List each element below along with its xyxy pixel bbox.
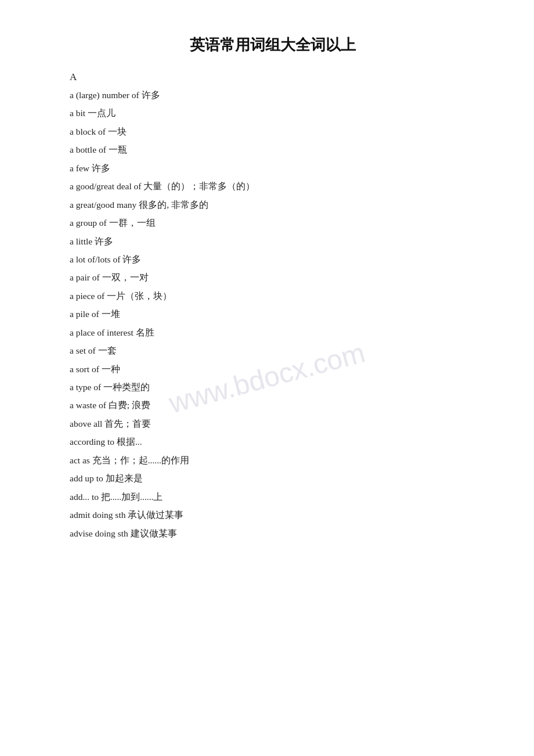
list-item: a little 许多 <box>70 233 476 250</box>
entry-english: a pile of <box>70 309 102 319</box>
list-item: act as 充当；作；起......的作用 <box>70 452 476 469</box>
entry-chinese: 承认做过某事 <box>128 510 183 520</box>
entry-chinese: 白费; 浪费 <box>109 400 150 410</box>
list-item: a block of 一块 <box>70 123 476 140</box>
entry-english: a set of <box>70 345 98 355</box>
entry-chinese: 一瓶 <box>109 145 127 154</box>
entry-chinese: 一套 <box>98 345 117 355</box>
entry-english: a (large) number of <box>70 90 142 100</box>
entry-english: act as <box>70 455 92 465</box>
entry-chinese: 充当；作；起......的作用 <box>92 455 189 465</box>
list-item: a place of interest 名胜 <box>70 324 476 341</box>
entry-english: a pair of <box>70 272 102 282</box>
entry-chinese: 一点儿 <box>88 108 116 118</box>
list-item: advise doing sth 建议做某事 <box>70 525 476 542</box>
entry-english: a group of <box>70 218 109 228</box>
entry-chinese: 加起来是 <box>106 473 143 483</box>
list-item: a good/great deal of 大量（的）；非常多（的） <box>70 178 476 195</box>
entry-chinese: 首先；首要 <box>104 419 151 429</box>
list-item: a sort of 一种 <box>70 361 476 377</box>
list-item: a few 许多 <box>70 160 476 177</box>
entry-chinese: 许多 <box>92 163 110 173</box>
entry-chinese: 一堆 <box>102 309 120 319</box>
entry-chinese: 一块 <box>108 127 127 136</box>
entry-chinese: 一种类型的 <box>103 382 150 392</box>
list-item: above all 首先；首要 <box>70 415 476 432</box>
list-item: admit doing sth 承认做过某事 <box>70 506 476 523</box>
entry-english: admit doing sth <box>70 510 128 520</box>
entry-chinese: 建议做某事 <box>131 528 177 538</box>
entry-chinese: 一种 <box>102 364 120 374</box>
list-item: a waste of 白费; 浪费 <box>70 397 476 413</box>
list-item: a great/good many 很多的, 非常多的 <box>70 196 476 213</box>
entry-chinese: 大量（的）；非常多（的） <box>143 181 255 191</box>
entry-english: a piece of <box>70 291 107 301</box>
entry-chinese: 根据... <box>117 437 142 447</box>
list-item: add up to 加起来是 <box>70 470 476 487</box>
entry-english: a block of <box>70 127 108 136</box>
entry-english: according to <box>70 437 117 447</box>
entry-english: add... to <box>70 492 101 502</box>
section-letter-a: A <box>70 71 476 83</box>
entry-chinese: 一双，一对 <box>102 272 149 282</box>
list-item: a group of 一群，一组 <box>70 214 476 231</box>
list-item: a bit 一点儿 <box>70 105 476 121</box>
entry-english: a little <box>70 236 95 246</box>
entry-chinese: 名胜 <box>136 327 154 337</box>
entry-english: a bottle of <box>70 145 109 154</box>
entry-english: a lot of/lots of <box>70 254 122 264</box>
entry-chinese: 很多的, 非常多的 <box>139 200 208 210</box>
entry-english: advise doing sth <box>70 528 131 538</box>
list-item: according to 根据... <box>70 433 476 450</box>
list-item: a lot of/lots of 许多 <box>70 251 476 268</box>
entry-english: a few <box>70 163 92 173</box>
page-title: 英语常用词组大全词以上 <box>70 35 476 55</box>
entry-chinese: 许多 <box>142 90 160 100</box>
entry-english: add up to <box>70 473 106 483</box>
entry-chinese: 把.....加到......上 <box>101 492 163 502</box>
list-item: a (large) number of 许多 <box>70 87 476 103</box>
list-item: a set of 一套 <box>70 342 476 359</box>
list-item: a pile of 一堆 <box>70 305 476 322</box>
list-item: a bottle of 一瓶 <box>70 141 476 158</box>
entry-english: a good/great deal of <box>70 181 143 191</box>
entry-chinese: 许多 <box>95 236 113 246</box>
list-item: a piece of 一片（张，块） <box>70 287 476 304</box>
entry-english: a great/good many <box>70 200 139 210</box>
list-item: a type of 一种类型的 <box>70 379 476 395</box>
entry-chinese: 一片（张，块） <box>107 291 172 301</box>
entry-english: a type of <box>70 382 103 392</box>
entry-english: above all <box>70 419 104 429</box>
list-item: add... to 把.....加到......上 <box>70 488 476 505</box>
entry-english: a place of interest <box>70 327 136 337</box>
entry-english: a waste of <box>70 400 109 410</box>
entry-chinese: 一群，一组 <box>109 218 156 228</box>
list-item: a pair of 一双，一对 <box>70 269 476 286</box>
entry-english: a sort of <box>70 364 102 374</box>
entries-list: a (large) number of 许多a bit 一点儿a block o… <box>70 87 476 542</box>
entry-english: a bit <box>70 108 88 118</box>
entry-chinese: 许多 <box>122 254 141 264</box>
